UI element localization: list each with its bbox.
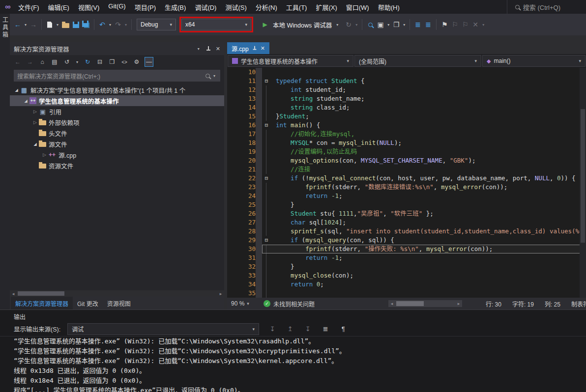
navigate-back-caret[interactable]: ▾ bbox=[23, 23, 28, 27]
tree-expander[interactable]: ◢ bbox=[31, 142, 39, 146]
properties-button[interactable]: ⚙ bbox=[132, 57, 141, 67]
undo-button[interactable]: ↶ bbox=[97, 19, 107, 30]
member-dropdown[interactable]: ◆ main() ▾ bbox=[482, 55, 586, 67]
document-tab[interactable]: 源.cpp ✕ bbox=[227, 42, 269, 54]
new-file-button[interactable] bbox=[45, 19, 55, 30]
horizontal-scrollbar-thumb[interactable] bbox=[18, 291, 64, 296]
pin-icon[interactable] bbox=[252, 46, 257, 51]
navigate-back-button[interactable]: ← bbox=[13, 19, 23, 30]
refresh-button[interactable]: ↻ bbox=[83, 57, 92, 67]
solution-horizontal-scrollbar[interactable]: ◂ ▸ bbox=[10, 290, 224, 297]
clear-bookmarks-button[interactable]: ✕ bbox=[470, 19, 480, 30]
solution-configuration-dropdown[interactable]: Debug ▾ bbox=[137, 19, 176, 30]
hot-reload-button[interactable]: ↻ bbox=[344, 19, 353, 30]
start-debugging-caret[interactable]: ▾ bbox=[335, 23, 340, 27]
tree-item[interactable]: ◢++学生信息管理系统的基本操作 bbox=[10, 95, 224, 106]
pending-filter-button[interactable]: ↺ bbox=[62, 57, 71, 67]
horizontal-scrollbar-thumb[interactable] bbox=[396, 301, 424, 306]
vertical-scrollbar-thumb[interactable] bbox=[581, 109, 585, 242]
tree-expander[interactable]: ◢ bbox=[13, 88, 20, 92]
menu-item[interactable]: 扩展(X) bbox=[311, 0, 341, 14]
hot-reload-caret[interactable]: ▾ bbox=[354, 23, 359, 27]
menu-item[interactable]: Git(G) bbox=[104, 0, 130, 14]
solution-platform-dropdown[interactable]: x64 ▾ bbox=[181, 19, 251, 30]
sol-forward-button[interactable]: → bbox=[26, 57, 34, 67]
open-file-button[interactable] bbox=[60, 19, 70, 30]
scroll-right-arrow[interactable]: ▸ bbox=[217, 291, 224, 296]
health-check-icon[interactable]: ✓ bbox=[264, 300, 270, 307]
editor-horizontal-scrollbar[interactable]: ◂ ▸ bbox=[388, 300, 462, 307]
menu-item[interactable]: 测试(S) bbox=[221, 0, 251, 14]
next-bookmark-button[interactable]: ⚐ bbox=[460, 19, 470, 30]
tree-item[interactable]: ◢源文件 bbox=[10, 139, 224, 149]
image-watch-button[interactable]: ▣ bbox=[376, 19, 385, 30]
menu-item[interactable]: 文件(F) bbox=[14, 0, 44, 14]
fold-marker[interactable]: ⊟ bbox=[262, 236, 271, 245]
fold-marker[interactable]: ⊟ bbox=[262, 174, 271, 183]
tool-window-tab[interactable]: 资源视图 bbox=[103, 297, 135, 309]
start-debugging-button[interactable]: ▶ 本地 Windows 调试器 ▾ bbox=[257, 18, 343, 31]
tree-expander[interactable]: ▷ bbox=[31, 109, 39, 114]
editor-vertical-scrollbar[interactable] bbox=[580, 68, 586, 298]
redo-button[interactable]: ↷ bbox=[113, 19, 123, 30]
menu-item[interactable]: 窗口(W) bbox=[342, 0, 374, 14]
scope-dropdown[interactable]: (全局范围) ▾ bbox=[354, 55, 481, 67]
zoom-dropdown[interactable]: 90 % ▾ bbox=[231, 300, 264, 307]
toolbox-tab-label[interactable]: 工具箱 bbox=[1, 17, 9, 309]
find-in-files-button[interactable] bbox=[365, 19, 375, 30]
redo-caret[interactable]: ▾ bbox=[123, 23, 128, 27]
image-watch-caret[interactable]: ▾ bbox=[386, 23, 391, 27]
menu-item[interactable]: 视图(V) bbox=[74, 0, 104, 14]
scroll-left-arrow[interactable]: ◂ bbox=[388, 301, 395, 306]
switch-views-button[interactable]: ▤ bbox=[50, 57, 59, 67]
tree-expander[interactable]: ▷ bbox=[41, 152, 48, 157]
outline-list-alt-button[interactable]: ≣ bbox=[423, 19, 433, 30]
toolbox-strip[interactable]: 工具箱 bbox=[0, 14, 10, 309]
solution-search-input[interactable]: 搜索解决方案资源管理器(Ctrl+;) ▾ bbox=[14, 70, 220, 82]
fold-marker[interactable]: ⊟ bbox=[262, 77, 271, 85]
tree-item[interactable]: ▷++源.cpp bbox=[10, 149, 224, 160]
menu-item[interactable]: 生成(B) bbox=[160, 0, 190, 14]
save-button[interactable] bbox=[71, 19, 81, 30]
output-log[interactable]: “学生信息管理系统的基本操作.exe” (Win32): 已加载“C:\Wind… bbox=[0, 336, 586, 392]
collapse-all-button[interactable]: ⊟ bbox=[95, 57, 104, 67]
tree-expander[interactable]: ▷ bbox=[31, 120, 39, 125]
pending-filter-caret[interactable]: ▾ bbox=[75, 60, 80, 64]
tree-item[interactable]: ▷外部依赖项 bbox=[10, 117, 224, 128]
close-icon[interactable]: ✕ bbox=[216, 46, 220, 52]
menu-item[interactable]: 分析(N) bbox=[251, 0, 282, 14]
tree-item[interactable]: 资源文件 bbox=[10, 160, 224, 171]
clear-all-button[interactable]: ≣ bbox=[321, 324, 330, 334]
menu-item[interactable]: 调试(D) bbox=[190, 0, 221, 14]
window-position-button[interactable]: ▾ bbox=[196, 47, 201, 51]
menu-item[interactable]: 项目(P) bbox=[130, 0, 160, 14]
previous-message-button[interactable]: ↥ bbox=[286, 324, 294, 334]
tool-window-tab[interactable]: Git 更改 bbox=[73, 297, 103, 309]
fold-marker[interactable]: ⊟ bbox=[262, 121, 271, 130]
tree-item[interactable]: 头文件 bbox=[10, 128, 224, 139]
show-all-files-button[interactable]: ❐ bbox=[108, 57, 117, 67]
word-wrap-button[interactable]: ¶ bbox=[339, 324, 348, 334]
new-file-caret[interactable]: ▾ bbox=[55, 23, 60, 27]
menu-item[interactable]: 工具(T) bbox=[282, 0, 312, 14]
next-message-button[interactable]: ↧ bbox=[303, 324, 312, 334]
sol-back-button[interactable]: ← bbox=[13, 57, 22, 67]
outline-list-button[interactable]: ≣ bbox=[413, 19, 423, 30]
prev-bookmark-button[interactable]: ⚐ bbox=[450, 19, 460, 30]
output-source-dropdown[interactable]: 调试 ▾ bbox=[67, 323, 259, 335]
menu-item[interactable]: 帮助(H) bbox=[374, 0, 404, 14]
tree-expander[interactable]: ◢ bbox=[22, 99, 29, 103]
pin-icon[interactable] bbox=[206, 46, 211, 52]
menu-item[interactable]: 编辑(E) bbox=[44, 0, 74, 14]
code-editor[interactable]: 1011⊟typedef struct Student {12 int stud… bbox=[227, 68, 586, 298]
home-button[interactable]: ⌂ bbox=[38, 57, 47, 67]
jump-to-message-button[interactable]: ↧ bbox=[268, 324, 277, 334]
toolbar-overflow-button[interactable]: ▾ bbox=[481, 23, 486, 27]
search-options-caret[interactable]: ▾ bbox=[212, 74, 217, 78]
save-all-button[interactable] bbox=[81, 19, 91, 30]
tree-item[interactable]: ◢▦解决方案“学生信息管理系统的基本操作”(1 个项目/共 1 个 bbox=[10, 84, 224, 95]
navigate-forward-button[interactable]: → bbox=[29, 19, 38, 30]
close-icon[interactable]: ✕ bbox=[261, 45, 265, 52]
scroll-left-arrow[interactable]: ◂ bbox=[10, 291, 17, 296]
scroll-right-arrow[interactable]: ▸ bbox=[455, 301, 462, 306]
